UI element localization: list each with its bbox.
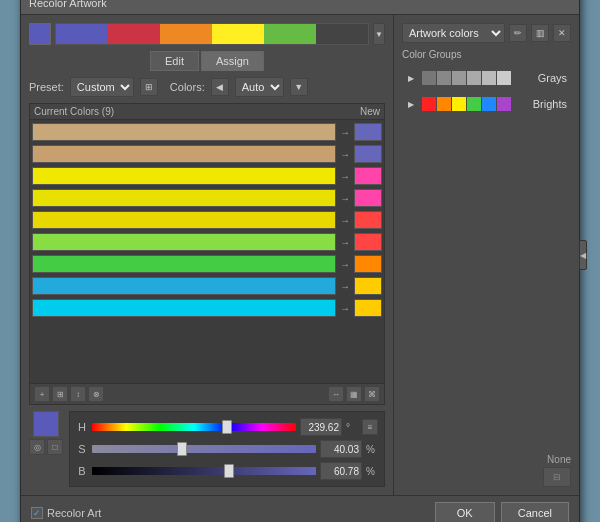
strip-dropdown[interactable]: ▼ — [373, 23, 385, 45]
tab-assign[interactable]: Assign — [201, 51, 264, 71]
h-unit: ° — [346, 422, 358, 433]
arrow-5: → — [339, 215, 351, 226]
strip-seg-2 — [108, 24, 160, 44]
new-box-3[interactable] — [354, 167, 382, 185]
bright-swatch-2 — [437, 97, 451, 111]
color-row-9: → — [32, 298, 382, 318]
bright-swatch-5 — [482, 97, 496, 111]
none-box[interactable]: ⊟ — [543, 467, 571, 487]
brights-swatches — [422, 97, 527, 111]
bright-swatch-4 — [467, 97, 481, 111]
brights-expand-icon[interactable]: ▶ — [406, 99, 416, 109]
save-icon[interactable]: ▥ — [531, 24, 549, 42]
new-box-1[interactable] — [354, 123, 382, 141]
b-slider[interactable] — [92, 467, 316, 475]
none-area: None ⊟ — [402, 454, 571, 487]
s-thumb[interactable] — [177, 442, 187, 456]
arrow-9: → — [339, 303, 351, 314]
new-box-5[interactable] — [354, 211, 382, 229]
arrow-1: → — [339, 127, 351, 138]
left-panel: ▼ Edit Assign Preset: Custom ⊞ Colors: ◀… — [21, 15, 394, 495]
preset-select[interactable]: Custom — [70, 77, 134, 97]
new-label: New — [360, 106, 380, 117]
new-box-8[interactable] — [354, 277, 382, 295]
merge-icon[interactable]: ⊗ — [88, 386, 104, 402]
h-thumb[interactable] — [222, 420, 232, 434]
recolor-art-text: Recolor Art — [47, 507, 101, 519]
grid-icon[interactable]: ⊞ — [52, 386, 68, 402]
current-bar-1[interactable] — [32, 123, 336, 141]
current-bar-2[interactable] — [32, 145, 336, 163]
hsb-container: ◎ □ H 239.62 ° ≡ — [29, 411, 385, 487]
current-bar-9[interactable] — [32, 299, 336, 317]
recolor-art-checkbox[interactable]: ✓ — [31, 507, 43, 519]
current-bar-5[interactable] — [32, 211, 336, 229]
gray-swatch-3 — [452, 71, 466, 85]
random-icon[interactable]: ⌘ — [364, 386, 380, 402]
preview-icons: ◎ □ — [29, 439, 63, 455]
new-box-7[interactable] — [354, 255, 382, 273]
reorder-icon[interactable]: ↕ — [70, 386, 86, 402]
current-bar-7[interactable] — [32, 255, 336, 273]
new-box-4[interactable] — [354, 189, 382, 207]
colors-select[interactable]: Auto — [235, 77, 284, 97]
preset-row: Preset: Custom ⊞ Colors: ◀ Auto ▼ — [29, 77, 385, 97]
colors-icon-btn[interactable]: ▼ — [290, 78, 308, 96]
gray-swatch-2 — [437, 71, 451, 85]
h-slider[interactable] — [92, 423, 296, 431]
s-value[interactable]: 40.03 — [320, 440, 362, 458]
preview-icon1[interactable]: ◎ — [29, 439, 45, 455]
new-box-9[interactable] — [354, 299, 382, 317]
preset-icon-btn[interactable]: ⊞ — [140, 78, 158, 96]
current-colors-label: Current Colors (9) — [34, 106, 114, 117]
new-box-2[interactable] — [354, 145, 382, 163]
group-brights[interactable]: ▶ Brights — [402, 94, 571, 114]
arrow-2: → — [339, 149, 351, 160]
gray-swatch-5 — [482, 71, 496, 85]
arrow-8: → — [339, 281, 351, 292]
bright-swatch-3 — [452, 97, 466, 111]
toolbar-right-group: ↔ ▦ ⌘ — [328, 386, 380, 402]
current-bar-4[interactable] — [32, 189, 336, 207]
colors-arrow[interactable]: ◀ — [211, 78, 229, 96]
s-row: S 40.03 % — [76, 440, 378, 458]
b-value[interactable]: 60.78 — [320, 462, 362, 480]
preview-icon2[interactable]: □ — [47, 439, 63, 455]
current-bar-3[interactable] — [32, 167, 336, 185]
b-row: B 60.78 % — [76, 462, 378, 480]
b-thumb[interactable] — [224, 464, 234, 478]
group-grays[interactable]: ▶ Grays — [402, 68, 571, 88]
add-color-icon[interactable]: + — [34, 386, 50, 402]
current-color-preview — [29, 23, 51, 45]
recolor-art-label[interactable]: ✓ Recolor Art — [31, 507, 101, 519]
h-value[interactable]: 239.62 — [300, 418, 342, 436]
current-bar-8[interactable] — [32, 277, 336, 295]
b-unit: % — [366, 466, 378, 477]
artwork-colors-select[interactable]: Artwork colors — [402, 23, 505, 43]
toolbar-left-group: + ⊞ ↕ ⊗ — [34, 386, 104, 402]
delete-icon[interactable]: ✕ — [553, 24, 571, 42]
dialog-title: Recolor Artwork — [29, 0, 107, 9]
current-bar-6[interactable] — [32, 233, 336, 251]
collapse-handle[interactable]: ◀ — [579, 240, 587, 270]
colors-list: → → → → — [30, 120, 384, 383]
gray-swatch-6 — [497, 71, 511, 85]
ok-button[interactable]: OK — [435, 502, 495, 522]
tab-edit[interactable]: Edit — [150, 51, 199, 71]
colors-label: Colors: — [170, 81, 205, 93]
new-box-6[interactable] — [354, 233, 382, 251]
arrow-4: → — [339, 193, 351, 204]
cancel-button[interactable]: Cancel — [501, 502, 569, 522]
color-row-8: → — [32, 276, 382, 296]
none-icon: ⊟ — [553, 472, 561, 482]
grid2-icon[interactable]: ▦ — [346, 386, 362, 402]
h-row: H 239.62 ° ≡ — [76, 418, 378, 436]
link-icon[interactable]: ↔ — [328, 386, 344, 402]
artwork-colors-row: Artwork colors ✏ ▥ ✕ — [402, 23, 571, 43]
preset-label: Preset: — [29, 81, 64, 93]
s-slider[interactable] — [92, 445, 316, 453]
grays-expand-icon[interactable]: ▶ — [406, 73, 416, 83]
h-options[interactable]: ≡ — [362, 419, 378, 435]
gray-swatch-1 — [422, 71, 436, 85]
eyedropper-icon[interactable]: ✏ — [509, 24, 527, 42]
